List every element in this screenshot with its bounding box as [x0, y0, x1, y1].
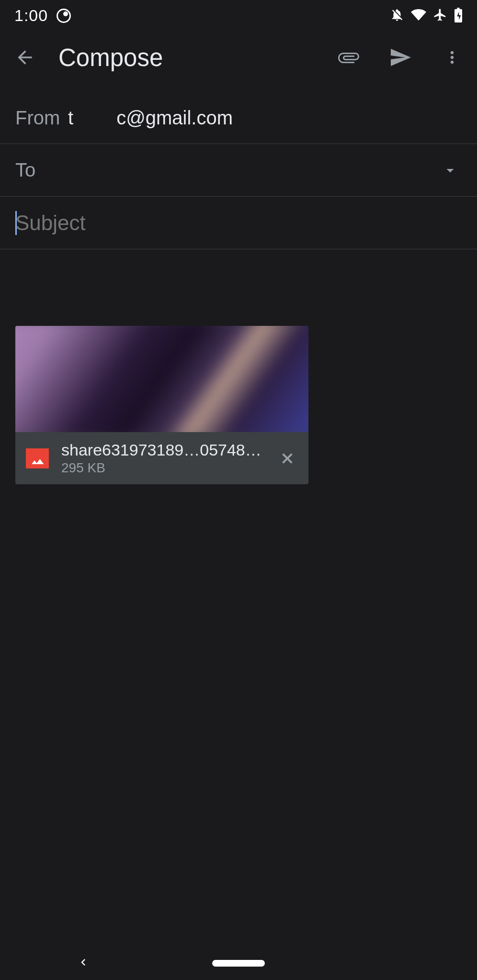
nav-home-pill[interactable]: [212, 960, 265, 967]
remove-attachment-button[interactable]: [277, 448, 298, 469]
from-label: From: [15, 107, 63, 129]
subject-row[interactable]: [0, 197, 477, 249]
send-button[interactable]: [387, 44, 414, 71]
from-email-part1: t: [68, 107, 73, 129]
attachment-filename: share631973189…05748371.png: [61, 441, 264, 459]
to-row[interactable]: To: [0, 144, 477, 197]
from-email: t c@gmail.com: [68, 107, 233, 129]
nav-back-button[interactable]: [77, 956, 90, 971]
app-bar: Compose: [0, 31, 477, 84]
expand-recipients-button[interactable]: [439, 159, 462, 182]
status-bar: 1:00: [0, 0, 477, 31]
from-email-part2: c@gmail.com: [116, 107, 233, 129]
image-file-icon: [26, 448, 49, 468]
compose-body[interactable]: share631973189…05748371.png 295 KB: [0, 249, 477, 484]
airplane-mode-icon: [433, 8, 447, 24]
navigation-bar: [0, 947, 477, 980]
battery-charging-icon: [454, 7, 463, 24]
notifications-off-icon: [390, 8, 404, 24]
attachment-card[interactable]: share631973189…05748371.png 295 KB: [15, 326, 308, 484]
from-row[interactable]: From t c@gmail.com: [0, 91, 477, 144]
attach-button[interactable]: [335, 44, 362, 71]
attachment-size: 295 KB: [61, 460, 264, 476]
back-button[interactable]: [11, 44, 38, 71]
page-title: Compose: [58, 44, 315, 72]
wifi-icon: [411, 7, 426, 24]
status-app-indicator-icon: [57, 9, 71, 23]
more-options-button[interactable]: [439, 44, 466, 71]
to-label: To: [15, 159, 439, 181]
status-time: 1:00: [14, 6, 48, 25]
subject-input[interactable]: [15, 211, 462, 235]
attachment-preview: [15, 326, 308, 432]
